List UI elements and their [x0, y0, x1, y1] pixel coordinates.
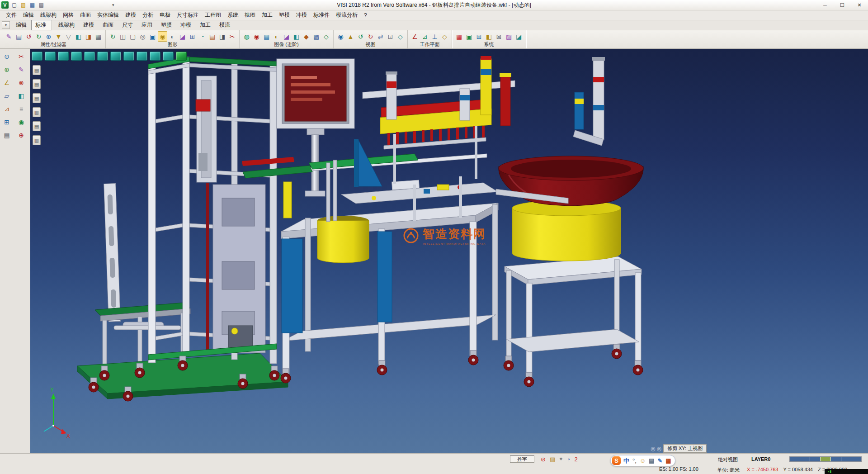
redo-filter-icon[interactable]: ↻	[34, 31, 43, 42]
menu-item[interactable]: 尺寸标注	[174, 10, 202, 20]
snap-icon[interactable]: ⊕	[1, 64, 13, 75]
pan-view-icon[interactable]: ⇄	[376, 31, 385, 42]
ribbon-tab[interactable]: 应用	[137, 20, 156, 30]
highlight-icon[interactable]: ◉	[252, 31, 261, 42]
trim-graphics-icon[interactable]: ✂	[227, 31, 237, 42]
view-iso-nw[interactable]	[137, 52, 147, 61]
measure-icon[interactable]: ∠	[1, 77, 13, 88]
plane-icon[interactable]: ◇	[440, 31, 449, 42]
print-icon[interactable]: ▤	[38, 1, 45, 9]
layer-segment[interactable]	[851, 457, 861, 461]
viewport-3d[interactable]: ▤▤▤▥▤▥	[30, 49, 868, 453]
layers-tool-icon[interactable]: ▤	[1, 130, 13, 141]
menu-item[interactable]: 标准件	[310, 10, 333, 20]
ime-icon[interactable]: ▤	[649, 457, 654, 464]
ribbon-tab[interactable]: 编辑	[12, 20, 31, 30]
view-iso-se[interactable]	[150, 52, 160, 61]
ribbon-tab[interactable]: 冲模	[176, 20, 195, 30]
view-monitor[interactable]	[32, 52, 42, 61]
ortho-plane-icon[interactable]: ⊥	[430, 31, 439, 42]
trim-icon[interactable]: ✂	[15, 51, 27, 62]
menu-item[interactable]: 线架构	[37, 10, 60, 20]
solid-view-icon[interactable]: ◫	[118, 31, 127, 42]
angle-tool-icon[interactable]: ⊿	[1, 104, 13, 114]
plane-tool-icon[interactable]: ▱	[1, 90, 13, 101]
menu-item[interactable]: 模流分析	[333, 10, 361, 20]
active-layer-label[interactable]: LAYER0	[751, 456, 770, 462]
light-icon[interactable]: ◆	[302, 31, 311, 42]
layer-segment[interactable]	[841, 457, 852, 461]
clipboard-1-icon[interactable]: ▤	[33, 65, 41, 75]
view-bottom[interactable]	[110, 52, 121, 61]
env-icon[interactable]: ◇	[321, 31, 331, 42]
clipboard-5-icon[interactable]: ▤	[33, 121, 41, 131]
undo-filter-icon[interactable]: ↺	[24, 31, 33, 42]
trim-circle-icon[interactable]: ◎	[656, 446, 661, 452]
view-back[interactable]	[58, 52, 69, 61]
menu-item[interactable]: 建模	[122, 10, 139, 20]
layer-segment[interactable]	[790, 457, 800, 461]
view-eye-icon[interactable]: ◉	[336, 31, 345, 42]
window-grid-icon[interactable]: ⊞	[474, 31, 484, 42]
ime-icon[interactable]: ☺	[640, 457, 646, 464]
filter-clear-icon[interactable]: ▽	[64, 31, 73, 42]
rotate-left-icon[interactable]: ↺	[356, 31, 365, 42]
brush-icon[interactable]: ▨	[550, 456, 555, 463]
pattern-icon[interactable]: ▩	[311, 31, 321, 42]
trim-circle-icon[interactable]: ◎	[651, 446, 655, 452]
menu-item[interactable]: 冲模	[293, 10, 310, 20]
menu-item[interactable]: 工程图	[202, 10, 224, 20]
angle-plane-icon[interactable]: ∠	[410, 31, 420, 42]
maximize-button[interactable]: ☐	[834, 0, 851, 10]
sketch-icon[interactable]: ✎	[15, 64, 27, 75]
new-file-icon[interactable]: ▢	[10, 1, 18, 9]
layer-segment[interactable]	[821, 457, 831, 461]
save-file-icon[interactable]: ▦	[28, 1, 36, 9]
menu-item[interactable]: 加工	[259, 10, 276, 20]
shadow-icon[interactable]: ◐	[272, 31, 281, 42]
copy-attributes-icon[interactable]: ▤	[14, 31, 24, 42]
hatch-grid-icon[interactable]: ▨	[504, 31, 514, 42]
stop-icon[interactable]: ⊘	[541, 456, 546, 463]
clipboard-4-icon[interactable]: ▥	[33, 107, 41, 117]
grid-filter-icon[interactable]: ▦	[94, 31, 103, 42]
dynamic-view-icon[interactable]: ▲	[346, 31, 355, 42]
rotate-right-icon[interactable]: ↻	[366, 31, 375, 42]
add-tool-icon[interactable]: ⊕	[15, 130, 27, 141]
clipboard-3-icon[interactable]: ▤	[33, 93, 41, 103]
shaded-view-icon[interactable]: ▣	[148, 31, 157, 42]
reflection-icon[interactable]: ◧	[292, 31, 301, 42]
menu-item[interactable]: 分析	[139, 10, 156, 20]
open-file-icon[interactable]: ▨	[19, 1, 27, 9]
settings-grid-icon[interactable]: ▣	[464, 31, 474, 42]
close-button[interactable]: ✕	[851, 0, 868, 10]
menu-item[interactable]: 系统	[224, 10, 241, 20]
clipboard-2-icon[interactable]: ▤	[33, 79, 41, 89]
view-dynamic[interactable]	[176, 52, 187, 61]
color-grid-icon[interactable]: ▦	[454, 31, 464, 42]
zoom-window-icon[interactable]: ⊡	[386, 31, 395, 42]
minimize-button[interactable]: ─	[816, 0, 834, 10]
layer-half-icon[interactable]: ◧	[74, 31, 83, 42]
ribbon-tab[interactable]: 塑膜	[157, 20, 176, 30]
target-tool-icon[interactable]: ◉	[15, 117, 27, 128]
grid-tool-icon[interactable]: ⊞	[1, 117, 13, 128]
ime-icon[interactable]: °,	[632, 457, 637, 464]
ime-icon[interactable]: ▦	[665, 457, 671, 464]
view-left[interactable]	[71, 52, 82, 61]
section-view-icon[interactable]: ◪	[178, 31, 187, 42]
menu-item[interactable]: ?	[361, 11, 370, 19]
menu-item[interactable]: 网格	[60, 10, 77, 20]
clock-icon[interactable]: ◔	[567, 456, 571, 463]
layer-segment[interactable]	[810, 457, 821, 461]
close-grid-icon[interactable]: ⊠	[494, 31, 504, 42]
half-shade-icon[interactable]: ◨	[217, 31, 227, 42]
ime-icon[interactable]: 中	[623, 457, 629, 465]
filter-down-icon[interactable]: ▼	[54, 31, 63, 42]
ime-icon[interactable]: ✎	[657, 457, 662, 464]
add-filter-icon[interactable]: ⊕	[44, 31, 53, 42]
ime-logo-icon[interactable]: S	[612, 456, 621, 465]
trim-view-dropdown[interactable]: 修剪 XY: 上视图	[663, 444, 707, 453]
clipboard-6-icon[interactable]: ▥	[33, 135, 41, 145]
tab-dropdown-icon[interactable]: ▾	[2, 21, 10, 29]
